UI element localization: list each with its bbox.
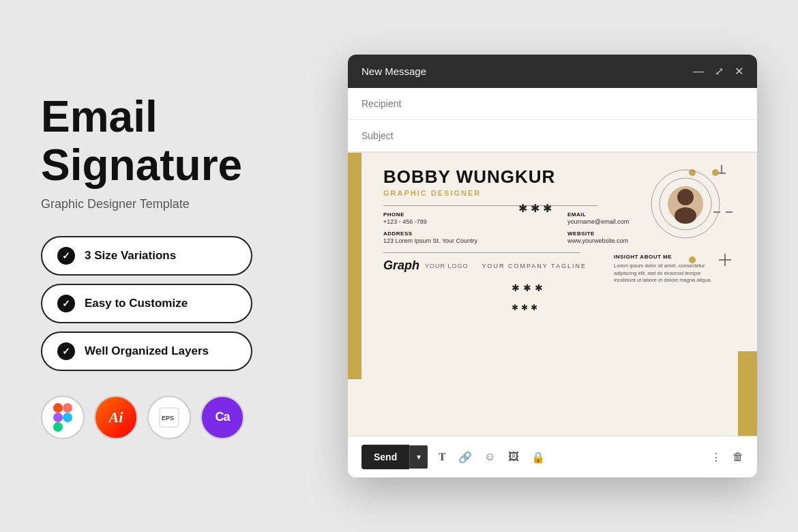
sig-address-label: ADDRESS <box>383 231 557 237</box>
svg-rect-0 <box>53 403 63 413</box>
subtitle: Graphic Designer Template <box>41 197 327 211</box>
minimize-button[interactable]: — <box>693 66 704 77</box>
sig-asterisks-3: ✱✱✱ <box>512 303 540 312</box>
title-line2: Signature <box>41 141 242 190</box>
subject-field[interactable] <box>348 120 757 152</box>
sig-logo: Graph <box>383 258 419 273</box>
recipient-input[interactable] <box>361 98 743 109</box>
sig-address-block: ADDRESS 123 Lorem Ipsum St. Your Country <box>383 231 557 244</box>
email-window-controls[interactable]: — ⤢ ✕ <box>693 66 743 77</box>
sig-divider <box>383 205 597 206</box>
title-line1: Email <box>41 92 158 141</box>
email-window-title: New Message <box>361 65 426 77</box>
sig-insight-text: Lorem ipsum dolor sit amet, consectetur … <box>614 263 723 284</box>
email-footer-toolbar: Send ▾ 𝐓 🔗 ☺ 🖼 🔒 ⋮ 🗑 <box>348 436 757 477</box>
format-text-icon[interactable]: 𝐓 <box>439 451 446 463</box>
illustrator-icon: Ai <box>94 396 138 439</box>
ai-label: Ai <box>109 409 123 426</box>
more-options-icon[interactable]: ⋮ <box>711 451 722 464</box>
main-title: Email Signature <box>41 93 327 189</box>
sig-address-value: 123 Lorem Ipsum St. Your Country <box>383 237 557 244</box>
sig-card: BOBBY WUNGKUR GRAPHIC DESIGNER ✱✱✱ PHONE… <box>348 153 757 436</box>
svg-point-17 <box>677 189 694 205</box>
svg-point-18 <box>675 207 696 224</box>
feature-label-1: 3 Size Variations <box>85 249 176 263</box>
signature-area: BOBBY WUNGKUR GRAPHIC DESIGNER ✱✱✱ PHONE… <box>348 153 757 436</box>
send-button-group[interactable]: Send ▾ <box>361 445 428 469</box>
check-icon-2 <box>57 295 75 312</box>
footer-right-tools: ⋮ 🗑 <box>711 451 743 464</box>
sig-insight-block: INSIGHT ABOUT ME Lorem ipsum dolor sit a… <box>614 254 723 284</box>
eps-icon: EPS <box>147 396 191 439</box>
eps-wrapper: EPS <box>158 407 180 428</box>
sig-asterisks-1: ✱✱✱ <box>518 202 555 215</box>
sig-logo-sub: YOUR LOGO <box>425 263 469 269</box>
footer-tools: 𝐓 🔗 ☺ 🖼 🔒 <box>439 451 544 464</box>
image-icon[interactable]: 🖼 <box>508 451 519 463</box>
feature-item-2: Easy to Customize <box>41 284 252 323</box>
tool-icons-row: Ai EPS Ca <box>41 396 327 439</box>
emoji-icon[interactable]: ☺ <box>484 451 495 463</box>
canva-label: Ca <box>215 410 229 424</box>
sig-divider2 <box>383 252 580 253</box>
feature-item-1: 3 Size Variations <box>41 236 252 276</box>
sig-asterisks-2: ✱✱✱ <box>512 282 546 293</box>
sig-insight-title: INSIGHT ABOUT ME <box>614 254 723 260</box>
link-icon[interactable]: 🔒 <box>531 451 545 464</box>
sig-tagline: YOUR COMPANY TAGLINE <box>482 263 587 269</box>
attach-icon[interactable]: 🔗 <box>458 451 472 464</box>
gold-left-accent <box>348 153 361 379</box>
check-icon-1 <box>57 247 75 265</box>
subject-input[interactable] <box>361 130 743 141</box>
svg-rect-2 <box>53 413 63 422</box>
send-dropdown-button[interactable]: ▾ <box>409 445 428 469</box>
email-fields <box>348 88 757 153</box>
gold-bottom-accent <box>738 351 757 437</box>
canva-icon: Ca <box>201 396 244 439</box>
email-compose-window: New Message — ⤢ ✕ <box>348 55 757 477</box>
svg-point-4 <box>63 413 72 422</box>
check-icon-3 <box>57 342 75 360</box>
feature-label-2: Easy to Customize <box>85 297 188 310</box>
figma-icon <box>41 396 85 439</box>
send-button[interactable]: Send <box>361 445 409 469</box>
features-list: 3 Size Variations Easy to Customize Well… <box>41 236 327 371</box>
sig-phone-value: +123 - 456 -789 <box>383 218 557 225</box>
close-button[interactable]: ✕ <box>735 66 743 77</box>
email-header: New Message — ⤢ ✕ <box>348 55 757 88</box>
feature-label-3: Well Organized Layers <box>85 344 209 358</box>
svg-rect-3 <box>53 422 63 432</box>
left-panel: Email Signature Graphic Designer Templat… <box>41 93 327 439</box>
feature-item-3: Well Organized Layers <box>41 331 252 371</box>
svg-text:EPS: EPS <box>162 415 174 422</box>
delete-icon[interactable]: 🗑 <box>733 451 743 464</box>
maximize-button[interactable]: ⤢ <box>715 66 724 77</box>
sig-photo-area <box>648 166 723 241</box>
recipient-field[interactable] <box>348 88 757 120</box>
svg-rect-1 <box>63 403 72 413</box>
